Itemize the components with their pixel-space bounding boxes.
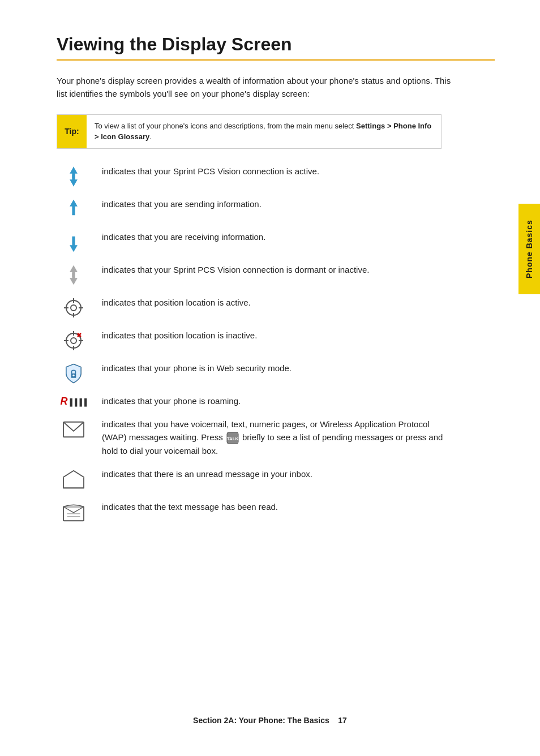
arrow-down-blue-icon <box>63 231 84 253</box>
list-item: indicates that you are sending informati… <box>57 197 453 220</box>
icon-cell <box>57 362 91 384</box>
desc-text: indicates that you have voicemail, text,… <box>102 418 453 458</box>
svg-marker-4 <box>70 236 78 252</box>
desc-text: indicates that your phone is in Web secu… <box>102 362 453 375</box>
tip-text-before: To view a list of your phone's icons and… <box>95 122 356 130</box>
desc-text: indicates that position location is inac… <box>102 329 453 342</box>
talk-button-icon: TALK <box>226 432 239 444</box>
arrow-up-down-blue-icon <box>63 166 84 187</box>
envelope-closed-icon <box>63 419 84 440</box>
tip-content: To view a list of your phone's icons and… <box>87 115 441 148</box>
list-item: indicates that position location is inac… <box>57 329 453 351</box>
desc-text: indicates that you are receiving informa… <box>102 230 453 243</box>
icon-cell <box>57 165 91 187</box>
svg-text:TALK: TALK <box>226 436 238 441</box>
crosshair-inactive-icon <box>63 330 84 351</box>
tip-box: Tip: To view a list of your phone's icon… <box>57 114 442 149</box>
envelope-read-icon <box>63 501 84 523</box>
desc-text: indicates that your Sprint PCS Vision co… <box>102 263 453 276</box>
side-tab-label: Phone Basics <box>525 220 534 278</box>
title-divider <box>57 59 495 61</box>
page-footer: Section 2A: Your Phone: The Basics 17 <box>0 716 540 725</box>
roaming-icon: R▐▐▐▐ <box>60 396 87 407</box>
shield-icon <box>63 363 84 384</box>
arrow-up-down-gray-icon <box>63 264 84 286</box>
list-item: indicates that the text message has been… <box>57 500 453 523</box>
desc-text: indicates that your phone is roaming. <box>102 394 453 407</box>
side-tab: Phone Basics <box>518 204 540 294</box>
list-item: indicates that position location is acti… <box>57 296 453 319</box>
icon-cell <box>57 296 91 319</box>
icon-cell <box>57 263 91 286</box>
page-container: Phone Basics Viewing the Display Screen … <box>0 0 540 756</box>
arrow-up-blue-icon <box>63 199 84 220</box>
tip-label: Tip: <box>57 115 87 148</box>
icon-cell <box>57 230 91 253</box>
intro-text: Your phone's display screen provides a w… <box>57 74 453 101</box>
desc-text: indicates that there is an unread messag… <box>102 467 453 480</box>
list-item: indicates that your Sprint PCS Vision co… <box>57 263 453 286</box>
roaming-r-letter: R <box>60 396 67 407</box>
svg-point-8 <box>71 305 76 311</box>
svg-point-22 <box>72 374 74 376</box>
svg-marker-6 <box>70 273 78 285</box>
icon-cell <box>57 329 91 351</box>
desc-text: indicates that the text message has been… <box>102 500 453 513</box>
svg-marker-3 <box>70 199 78 215</box>
desc-text: indicates that your Sprint PCS Vision co… <box>102 165 453 178</box>
icon-cell <box>57 467 91 490</box>
roaming-bars: ▐▐▐▐ <box>67 398 87 406</box>
icon-cell <box>57 197 91 220</box>
crosshair-active-icon <box>63 297 84 319</box>
icon-list: indicates that your Sprint PCS Vision co… <box>57 165 453 523</box>
icon-cell <box>57 418 91 440</box>
envelope-open-icon <box>63 469 84 490</box>
desc-text: indicates that position location is acti… <box>102 296 453 309</box>
svg-rect-27 <box>63 477 84 488</box>
page-title: Viewing the Display Screen <box>57 34 495 55</box>
list-item: indicates that your Sprint PCS Vision co… <box>57 165 453 187</box>
footer-section: Section 2A: Your Phone: The Basics <box>193 716 329 725</box>
icon-cell: R▐▐▐▐ <box>57 394 91 407</box>
icon-cell <box>57 500 91 523</box>
svg-point-14 <box>71 338 76 343</box>
list-item: indicates that your phone is in Web secu… <box>57 362 453 384</box>
list-item: R▐▐▐▐ indicates that your phone is roami… <box>57 394 453 407</box>
page-number: 17 <box>338 716 347 725</box>
list-item: indicates that you have voicemail, text,… <box>57 418 453 458</box>
list-item: indicates that there is an unread messag… <box>57 467 453 490</box>
desc-text: indicates that you are sending informati… <box>102 197 453 211</box>
list-item: indicates that you are receiving informa… <box>57 230 453 253</box>
tip-text-after: . <box>149 132 152 141</box>
